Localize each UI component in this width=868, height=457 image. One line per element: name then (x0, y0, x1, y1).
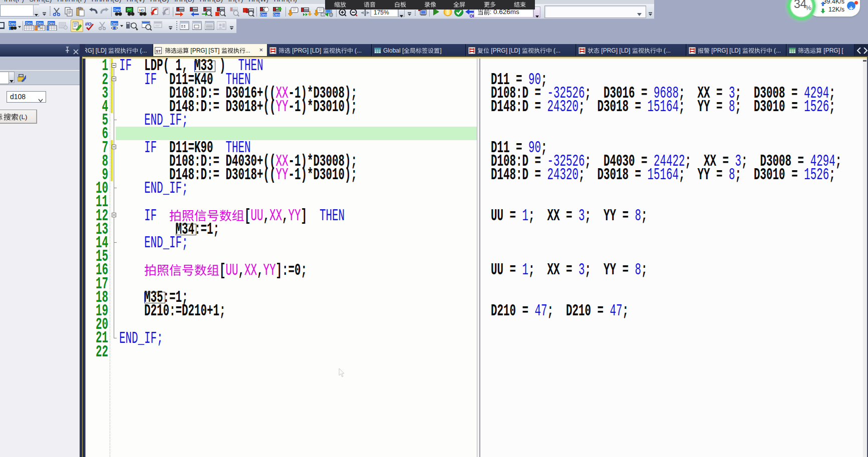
svg-text:Dev: Dev (273, 13, 280, 17)
svg-text:Dev: Dev (113, 8, 120, 12)
svg-text:H0: H0 (139, 9, 144, 12)
svg-text:Dev: Dev (111, 22, 118, 26)
svg-text:Dev: Dev (48, 22, 55, 25)
svg-text:Dev: Dev (260, 13, 267, 17)
svg-text:Dev: Dev (26, 22, 32, 25)
svg-text:Dev: Dev (37, 22, 43, 25)
svg-text:I/O: I/O (85, 21, 92, 27)
svg-text:Dev: Dev (9, 22, 16, 26)
svg-text:ST: ST (156, 49, 161, 53)
